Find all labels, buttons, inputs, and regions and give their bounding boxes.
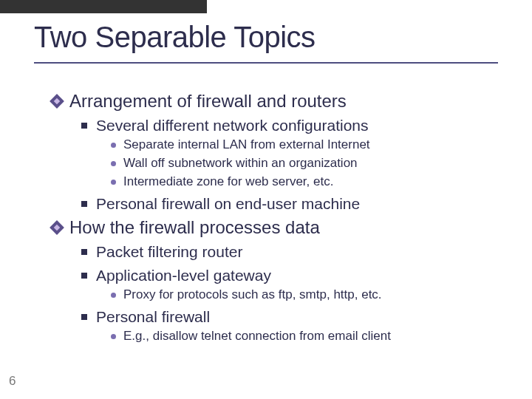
bullet-text: Application-level gateway	[96, 265, 271, 285]
dot-icon	[111, 334, 116, 339]
square-icon	[81, 273, 87, 279]
slide-title: Two Separable Topics	[34, 21, 316, 54]
square-icon	[81, 201, 87, 207]
square-icon	[81, 314, 87, 320]
dot-icon	[111, 293, 116, 298]
diamond-icon	[52, 222, 62, 233]
bullet-l1: Arrangement of firewall and routers	[52, 90, 502, 112]
top-accent-bar	[0, 0, 207, 13]
dot-icon	[111, 161, 116, 166]
slide: Two Separable Topics Arrangement of fire…	[0, 0, 532, 399]
bullet-l2: Personal firewall	[81, 307, 502, 327]
bullet-l3: E.g., disallow telnet connection from em…	[111, 328, 502, 345]
bullet-l3: Proxy for protocols such as ftp, smtp, h…	[111, 287, 502, 304]
content-area: Arrangement of firewall and routers Seve…	[52, 87, 502, 345]
bullet-text: Wall off subnetwork within an organizati…	[123, 155, 358, 172]
bullet-l3: Intermediate zone for web server, etc.	[111, 174, 502, 191]
bullet-text: Arrangement of firewall and routers	[69, 90, 347, 112]
bullet-l2: Packet filtering router	[81, 242, 502, 262]
bullet-text: Personal firewall	[96, 307, 210, 327]
bullet-l2: Application-level gateway	[81, 265, 502, 285]
dot-icon	[111, 180, 116, 185]
bullet-l2: Personal firewall on end-user machine	[81, 194, 502, 214]
bullet-l3: Wall off subnetwork within an organizati…	[111, 155, 502, 172]
page-number: 6	[9, 374, 16, 389]
bullet-text: Intermediate zone for web server, etc.	[123, 174, 333, 191]
bullet-text: Packet filtering router	[96, 242, 242, 262]
bullet-l2: Several different network configurations	[81, 115, 502, 135]
title-underline	[34, 62, 498, 64]
bullet-text: Separate internal LAN from external Inte…	[123, 137, 370, 154]
bullet-text: Several different network configurations	[96, 115, 368, 135]
bullet-text: Personal firewall on end-user machine	[96, 194, 360, 214]
bullet-l3: Separate internal LAN from external Inte…	[111, 137, 502, 154]
bullet-text: E.g., disallow telnet connection from em…	[123, 328, 391, 345]
diamond-icon	[52, 96, 62, 106]
bullet-text: How the firewall processes data	[69, 216, 320, 239]
bullet-l1: How the firewall processes data	[52, 216, 502, 239]
square-icon	[81, 249, 87, 255]
dot-icon	[111, 143, 116, 148]
square-icon	[81, 123, 87, 129]
bullet-text: Proxy for protocols such as ftp, smtp, h…	[123, 287, 382, 304]
